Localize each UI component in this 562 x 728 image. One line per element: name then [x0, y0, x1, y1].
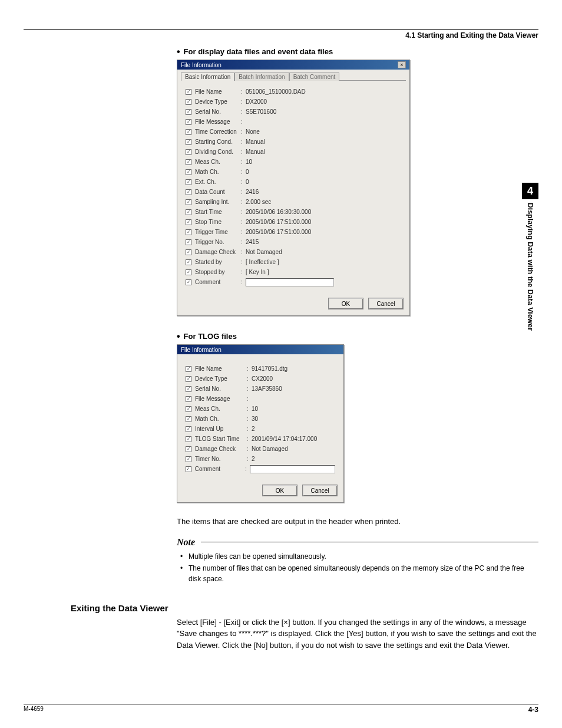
field-row: ✓Stopped by:[ Key In ] [186, 267, 401, 277]
cancel-button[interactable]: Cancel [302, 485, 338, 496]
field-row: ✓TLOG Start Time:2001/09/14 17:04:17.000 [186, 434, 335, 444]
file-information-dialog-2: File Information ✓File Name:91417051.dtg… [177, 344, 344, 503]
tab-batch-information[interactable]: Batch Information [234, 73, 289, 81]
field-value: 2 [252, 456, 335, 462]
checkbox-icon[interactable]: ✓ [186, 406, 191, 412]
checkbox-icon[interactable]: ✓ [186, 119, 191, 125]
field-label: File Name [195, 88, 241, 95]
dialog1-titlebar: File Information × [177, 60, 409, 70]
checkbox-icon[interactable]: ✓ [186, 189, 191, 195]
field-value: 2005/10/06 17:51:00.000 [246, 229, 401, 235]
field-label: Device Type [195, 98, 241, 105]
colon: : [241, 88, 246, 95]
colon: : [247, 436, 252, 442]
colon: : [247, 365, 252, 372]
colon: : [245, 466, 250, 472]
colon: : [241, 129, 246, 135]
field-label: Sampling Int. [195, 199, 241, 205]
checkbox-icon[interactable]: ✓ [186, 249, 191, 255]
checkbox-icon[interactable]: ✓ [186, 209, 191, 215]
field-row: ✓Start Time:2005/10/06 16:30:30.000 [186, 207, 401, 217]
field-label: Meas Ch. [195, 406, 247, 412]
field-label: Data Count [195, 189, 241, 195]
field-label: Comment [195, 466, 245, 472]
field-value: 051006_1510000.DAD [246, 88, 401, 95]
checkbox-icon[interactable]: ✓ [186, 229, 191, 235]
field-value: 10 [252, 406, 335, 412]
dialog1-fields: ✓File Name:051006_1510000.DAD✓Device Typ… [177, 81, 409, 293]
ok-button[interactable]: OK [328, 298, 363, 309]
comment-input[interactable] [246, 278, 334, 286]
colon: : [241, 108, 246, 115]
field-value: [ Key In ] [246, 269, 401, 275]
checkbox-icon[interactable]: ✓ [186, 179, 191, 185]
field-row: ✓File Message: [186, 394, 335, 404]
checkbox-icon[interactable]: ✓ [186, 89, 191, 95]
field-label: Serial No. [195, 108, 241, 115]
colon: : [247, 446, 252, 452]
checkbox-icon[interactable]: ✓ [186, 159, 191, 165]
colon: : [241, 189, 246, 195]
dialog1-title: File Information [181, 62, 222, 68]
checkbox-icon[interactable]: ✓ [186, 169, 191, 175]
field-row: ✓Stop Time:2005/10/06 17:51:00.000 [186, 217, 401, 227]
colon: : [241, 209, 246, 215]
checkbox-icon[interactable]: ✓ [186, 149, 191, 155]
checkbox-icon[interactable]: ✓ [186, 396, 191, 402]
printed-note: The items that are checked are output in… [177, 516, 538, 528]
field-row: ✓Timer No.:2 [186, 454, 335, 464]
bullet-dot-icon: • [177, 331, 180, 341]
field-label: Damage Check [195, 446, 247, 452]
section-exiting-title: Exiting the Data Viewer [71, 603, 538, 613]
field-row: ✓Sampling Int.:2.000 sec [186, 197, 401, 207]
field-value: 13AF35860 [252, 386, 335, 392]
field-row: ✓Trigger Time:2005/10/06 17:51:00.000 [186, 227, 401, 237]
field-label: Interval Up [195, 426, 247, 432]
checkbox-icon[interactable]: ✓ [186, 139, 191, 145]
chapter-number: 4 [522, 183, 538, 199]
field-value: 2 [252, 426, 335, 432]
checkbox-icon[interactable]: ✓ [186, 269, 191, 275]
field-label: Dividing Cond. [195, 149, 241, 155]
checkbox-icon[interactable]: ✓ [186, 386, 191, 392]
colon: : [241, 259, 246, 265]
checkbox-icon[interactable]: ✓ [186, 99, 191, 105]
checkbox-icon[interactable]: ✓ [186, 199, 191, 205]
tab-basic-information[interactable]: Basic Information [181, 73, 234, 81]
field-row: ✓Damage Check:Not Damaged [186, 247, 401, 257]
checkbox-icon[interactable]: ✓ [186, 456, 191, 462]
page-footer: M-4659 4-3 [24, 704, 538, 714]
ok-button[interactable]: OK [262, 485, 297, 496]
field-row: ✓Serial No.:S5E701600 [186, 107, 401, 117]
field-label: Start Time [195, 209, 241, 215]
checkbox-icon[interactable]: ✓ [186, 279, 191, 285]
field-row: ✓Interval Up:2 [186, 424, 335, 434]
checkbox-icon[interactable]: ✓ [186, 416, 191, 422]
checkbox-icon[interactable]: ✓ [186, 259, 191, 265]
checkbox-icon[interactable]: ✓ [186, 446, 191, 452]
tab-batch-comment[interactable]: Batch Comment [289, 73, 340, 81]
field-value: None [246, 129, 401, 135]
checkbox-icon[interactable]: ✓ [186, 376, 191, 382]
cancel-button[interactable]: Cancel [368, 298, 404, 309]
checkbox-icon[interactable]: ✓ [186, 436, 191, 442]
colon: : [241, 169, 246, 175]
comment-input[interactable] [250, 465, 335, 473]
checkbox-icon[interactable]: ✓ [186, 466, 191, 472]
field-row: ✓Meas Ch.:10 [186, 404, 335, 414]
field-value: Manual [246, 149, 401, 155]
field-row: ✓Device Type:CX2000 [186, 374, 335, 384]
field-value: S5E701600 [246, 108, 401, 115]
close-icon[interactable]: × [398, 61, 406, 68]
colon: : [247, 406, 252, 412]
checkbox-icon[interactable]: ✓ [186, 239, 191, 245]
checkbox-icon[interactable]: ✓ [186, 129, 191, 135]
field-label: Started by [195, 259, 241, 265]
checkbox-icon[interactable]: ✓ [186, 219, 191, 225]
field-value: 91417051.dtg [252, 365, 335, 372]
checkbox-icon[interactable]: ✓ [186, 366, 191, 372]
checkbox-icon[interactable]: ✓ [186, 426, 191, 432]
field-label: Trigger No. [195, 239, 241, 245]
checkbox-icon[interactable]: ✓ [186, 109, 191, 115]
field-value: 0 [246, 179, 401, 185]
